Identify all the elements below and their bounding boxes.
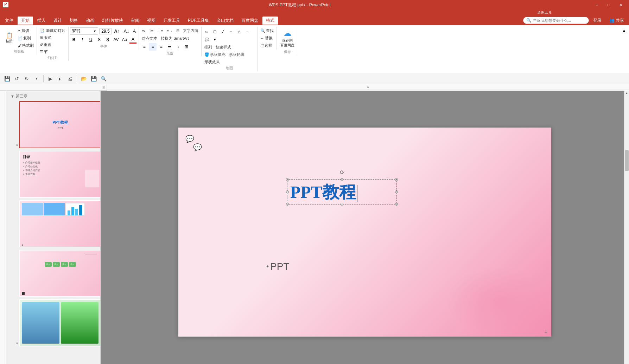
- chapter-expand-icon[interactable]: ▼: [11, 94, 14, 98]
- layout-button[interactable]: ⊞ 版式: [38, 34, 53, 41]
- search-bar[interactable]: 🔍: [523, 17, 589, 24]
- menu-insert[interactable]: 插入: [34, 17, 49, 25]
- menu-file[interactable]: 文件: [1, 17, 17, 25]
- align-text-button[interactable]: 对齐文本: [140, 35, 159, 42]
- scroll-thumb[interactable]: [625, 150, 629, 171]
- align-left-button[interactable]: ≡: [140, 43, 148, 51]
- scroll-up-button[interactable]: ▲: [624, 91, 629, 96]
- cols-button[interactable]: ⊟: [175, 28, 181, 34]
- bold-button[interactable]: B: [70, 36, 78, 44]
- login-button[interactable]: 登录: [590, 17, 605, 25]
- section-button[interactable]: ☰ 节: [38, 48, 49, 55]
- menu-slideshow[interactable]: 幻灯片放映: [99, 17, 127, 25]
- select-button[interactable]: ⬚ 选择: [259, 42, 275, 49]
- numbering-button[interactable]: 1≡: [147, 28, 155, 34]
- shape-fill-button[interactable]: 🪣 形状填充: [203, 51, 227, 58]
- file-open-button[interactable]: 📂: [80, 74, 88, 83]
- smartart-button[interactable]: 转换为 SmartArt: [159, 35, 190, 42]
- menu-home[interactable]: 开始: [18, 17, 33, 25]
- increase-indent-button[interactable]: ≡→: [165, 28, 174, 34]
- menu-dev[interactable]: 开发工具: [160, 17, 184, 25]
- shape-effect-button[interactable]: 形状效果: [203, 59, 221, 65]
- clear-format-button[interactable]: Ā: [131, 28, 137, 34]
- save-button[interactable]: 💾: [3, 74, 11, 83]
- menu-view[interactable]: 视图: [144, 17, 159, 25]
- decrease-font-button[interactable]: A↓: [122, 28, 131, 35]
- menu-transitions[interactable]: 切换: [66, 17, 82, 25]
- save-baidu-button[interactable]: ☁ 保存到 百度网盘: [278, 27, 297, 49]
- start-from-begin-button[interactable]: ▶: [46, 74, 55, 83]
- shadow-button[interactable]: S: [104, 36, 112, 44]
- arrow-button[interactable]: →: [243, 27, 251, 35]
- italic-button[interactable]: I: [78, 36, 86, 44]
- close-button[interactable]: ✕: [615, 1, 626, 8]
- shape-outline-button[interactable]: 形状轮廓: [228, 51, 246, 58]
- search-input[interactable]: [533, 18, 586, 22]
- copy-button[interactable]: 📄 复制: [16, 35, 35, 41]
- find-button[interactable]: 🔍 查找: [259, 27, 275, 34]
- justify-button[interactable]: ☰: [166, 43, 173, 51]
- quick-style-button[interactable]: 快速样式: [214, 44, 233, 51]
- text-direction-button[interactable]: 文字方向: [182, 27, 200, 34]
- minimize-button[interactable]: －: [591, 1, 602, 8]
- callout-button[interactable]: 💬: [203, 35, 211, 43]
- new-slide-button[interactable]: 📑 新建幻灯片: [38, 27, 67, 34]
- strikethrough-button[interactable]: S: [95, 36, 103, 44]
- print-preview-button[interactable]: 🖨: [66, 74, 74, 83]
- rotate-handle[interactable]: ⟳: [340, 169, 344, 176]
- decrease-indent-button[interactable]: ←≡: [155, 28, 164, 34]
- increase-font-button[interactable]: A↑: [113, 28, 121, 35]
- triangle-button[interactable]: △: [235, 27, 243, 35]
- menu-pdf[interactable]: PDF工具集: [184, 17, 212, 25]
- share-button[interactable]: 👥 共享: [606, 17, 628, 25]
- more-shapes-button[interactable]: ▼: [211, 35, 219, 43]
- replace-button[interactable]: ↔ 替换: [259, 35, 275, 41]
- circle-button[interactable]: ○: [227, 27, 235, 35]
- menu-baidu[interactable]: 百度网盘: [238, 17, 262, 25]
- slide-thumbnail-3[interactable]: ■: [19, 200, 101, 247]
- bullet-textbox[interactable]: • PPT: [266, 261, 289, 272]
- comment-icon-1[interactable]: 💬: [185, 135, 194, 143]
- arrange-button[interactable]: 排列: [203, 44, 214, 51]
- align-right-button[interactable]: ≡: [157, 43, 165, 51]
- maximize-button[interactable]: □: [603, 1, 614, 8]
- reset-button[interactable]: ↺ 重置: [38, 41, 53, 48]
- bullets-button[interactable]: ≡•: [140, 28, 147, 34]
- menu-review[interactable]: 审阅: [127, 17, 143, 25]
- redo-button[interactable]: ↻: [23, 74, 31, 83]
- search-tool-button[interactable]: 🔍: [99, 74, 108, 83]
- line-button[interactable]: ╱: [219, 27, 227, 35]
- title-textbox[interactable]: ⟳ PPT教程: [287, 180, 396, 204]
- slide-main-title[interactable]: PPT教程: [287, 180, 396, 205]
- menu-animations[interactable]: 动画: [82, 17, 98, 25]
- start-from-current-button[interactable]: ⏵: [56, 74, 64, 83]
- underline-button[interactable]: U: [87, 36, 95, 44]
- paste-button[interactable]: 📋 粘贴: [3, 32, 15, 44]
- comment-icon-2[interactable]: 💬: [193, 143, 202, 151]
- format-paint-button[interactable]: 🖌 格式刷: [16, 42, 35, 49]
- slide-thumbnail-2[interactable]: 目录 ✓ 介绍基本信息 ✓ 介绍公文化 ✓ 详细介绍产品 ✓ 售物方案: [19, 151, 101, 198]
- menu-design[interactable]: 设计: [50, 17, 65, 25]
- slide-canvas[interactable]: 💬 💬 ⟳ PPT教程: [178, 128, 551, 337]
- menu-format[interactable]: 格式: [262, 17, 278, 25]
- ribbon-collapse-button[interactable]: ▲: [621, 27, 628, 34]
- font-name-selector[interactable]: 宋书 ▼: [70, 27, 98, 35]
- slide-thumbnail-4[interactable]: ————— 步→ 步→ 步→ 步→: [19, 250, 101, 297]
- font-spacing-button[interactable]: AV: [112, 36, 120, 44]
- rect-shape-button[interactable]: ▭: [203, 27, 211, 35]
- font-color-button[interactable]: A: [129, 36, 137, 44]
- undo-button[interactable]: ↺: [13, 74, 21, 83]
- col-layout-button[interactable]: ⊞: [183, 43, 190, 51]
- more-tools-button[interactable]: ▼: [32, 74, 41, 83]
- line-spacing-button[interactable]: ↕: [174, 43, 182, 51]
- align-center-button[interactable]: ≡: [149, 43, 157, 51]
- slide-thumbnail-1[interactable]: PPT教程 ·PPT ★: [19, 101, 101, 148]
- vertical-scrollbar[interactable]: ▲ ▼: [624, 91, 629, 364]
- cut-button[interactable]: ✂ 剪切: [16, 27, 35, 34]
- menu-wps[interactable]: 金山文档: [213, 17, 237, 25]
- rounded-rect-button[interactable]: ▢: [211, 27, 219, 35]
- font-size-input[interactable]: [99, 28, 112, 34]
- quick-save-button[interactable]: 💾: [89, 74, 98, 83]
- change-case-button[interactable]: Aa: [121, 36, 128, 44]
- slide-thumbnail-5[interactable]: ★: [19, 299, 101, 346]
